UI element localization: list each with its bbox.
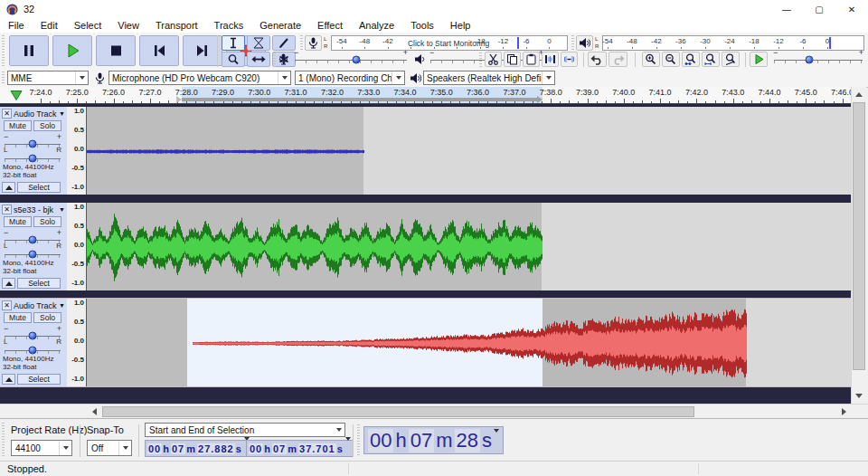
menu-item-edit[interactable]: Edit — [33, 20, 66, 31]
menu-item-tracks[interactable]: Tracks — [206, 20, 252, 31]
trim-audio-button[interactable] — [542, 52, 559, 67]
fit-project-button[interactable] — [702, 52, 720, 67]
scroll-down-button[interactable] — [852, 388, 866, 403]
playback-speed-slider[interactable]: −+ — [774, 54, 863, 65]
zoom-out-button[interactable] — [662, 52, 680, 67]
track-close-button[interactable]: ✕ — [2, 205, 12, 214]
device-toolbar-grip[interactable] — [2, 71, 5, 84]
track-waveform-area[interactable] — [87, 299, 851, 386]
track-pan-thumb[interactable] — [29, 346, 37, 354]
recording-meter-grip[interactable] — [300, 35, 303, 51]
menu-item-view[interactable]: View — [109, 20, 147, 31]
edit-toolbar-grip[interactable] — [479, 52, 482, 67]
track-gain-thumb[interactable] — [29, 139, 37, 148]
playback-device-combobox[interactable]: Speakers (Realtek High Definiti — [423, 71, 555, 85]
mixer-toolbar-grip[interactable] — [273, 52, 276, 67]
track-collapse-button[interactable] — [2, 374, 15, 385]
close-button[interactable]: ✕ — [835, 0, 868, 18]
track-pan-thumb[interactable] — [29, 154, 37, 162]
undo-button[interactable] — [588, 52, 607, 67]
copy-button[interactable] — [504, 52, 521, 67]
snap-to-combobox[interactable]: Off — [87, 440, 132, 456]
track-title-menu[interactable]: Audio Track ▼ — [14, 300, 65, 310]
track-title-menu[interactable]: s5e33 - bjk ▼ — [14, 205, 65, 214]
track-mute-button[interactable]: Mute — [4, 216, 32, 227]
track-amplitude-ruler[interactable]: 1.00.50.0-0.5-1.0 — [67, 107, 87, 195]
scroll-left-button[interactable] — [87, 405, 101, 418]
track-select-button[interactable]: Select — [17, 182, 61, 193]
pause-button[interactable] — [9, 35, 49, 66]
playback-speed-thumb[interactable] — [806, 56, 814, 64]
vertical-scrollbar-thumb[interactable] — [853, 102, 865, 370]
track-collapse-button[interactable] — [2, 278, 15, 289]
waveform-canvas[interactable] — [87, 107, 851, 195]
draw-tool-button[interactable] — [272, 35, 296, 51]
track-gain-slider[interactable]: −+ — [5, 330, 61, 340]
track-select-button[interactable]: Select — [17, 278, 61, 289]
recording-channels-combobox[interactable]: 1 (Mono) Recording Channe — [295, 71, 405, 85]
track-pan-slider[interactable]: LR — [5, 249, 61, 259]
timeline-options-button[interactable] — [6, 89, 26, 102]
play-button[interactable] — [52, 35, 92, 66]
timeline-ruler[interactable]: 7:24.07:25.07:26.07:27.07:28.07:29.07:30… — [0, 87, 851, 104]
track-amplitude-ruler[interactable]: 1.00.50.0-0.5-1.0 — [67, 299, 87, 386]
track-gain-slider[interactable]: −+ — [5, 138, 61, 148]
scroll-right-button[interactable] — [836, 405, 851, 418]
track-amplitude-ruler[interactable]: 1.00.50.0-0.5-1.0 — [67, 203, 87, 290]
time-shift-tool-button[interactable] — [247, 52, 270, 67]
horizontal-scrollbar-thumb[interactable] — [102, 406, 694, 417]
redo-button[interactable] — [609, 52, 627, 67]
zoom-selection-button[interactable] — [682, 52, 700, 67]
skip-to-start-button[interactable] — [139, 35, 179, 66]
selection-tool-button[interactable] — [222, 35, 245, 51]
zoom-toggle-button[interactable] — [722, 52, 740, 67]
track-select-button[interactable]: Select — [17, 374, 61, 385]
track-gain-thumb[interactable] — [29, 331, 37, 339]
track-waveform-area[interactable] — [87, 203, 851, 290]
zoom-tool-button[interactable] — [222, 52, 245, 67]
recording-volume-thumb[interactable] — [353, 56, 361, 64]
zoom-in-button[interactable] — [642, 52, 660, 67]
transport-toolbar-grip[interactable] — [2, 35, 5, 67]
track-gain-slider[interactable]: −+ — [5, 234, 61, 244]
track-pan-slider[interactable]: LR — [5, 153, 61, 163]
track-mute-button[interactable]: Mute — [4, 120, 32, 131]
cut-button[interactable] — [485, 52, 502, 67]
time-toolbar-grip[interactable] — [357, 424, 360, 457]
track-mute-button[interactable]: Mute — [4, 312, 32, 323]
track-solo-button[interactable]: Solo — [33, 312, 61, 323]
menu-item-effect[interactable]: Effect — [309, 20, 351, 31]
waveform-canvas[interactable] — [87, 203, 851, 290]
paste-button[interactable] — [523, 52, 540, 67]
track-solo-button[interactable]: Solo — [33, 216, 61, 227]
selection-end-time-field[interactable]: 00h07m37.701s — [246, 440, 354, 457]
project-rate-combobox[interactable]: 44100 — [11, 440, 72, 456]
track-pan-thumb[interactable] — [29, 250, 37, 258]
minimize-button[interactable]: — — [770, 0, 803, 18]
play-at-speed-button[interactable] — [750, 52, 768, 67]
horizontal-scrollbar[interactable] — [0, 404, 868, 418]
audio-position-display[interactable]: 00h07m28s — [363, 426, 504, 454]
track-waveform-area[interactable] — [87, 107, 851, 195]
waveform-canvas[interactable] — [87, 299, 851, 386]
track-close-button[interactable]: ✕ — [2, 109, 12, 119]
recording-meter-mic-button[interactable] — [305, 35, 322, 51]
playback-meter[interactable]: -54-48-42-36-30-24-18-12-60 — [602, 35, 864, 51]
track-close-button[interactable]: ✕ — [2, 300, 12, 310]
track-collapse-button[interactable] — [2, 182, 15, 193]
track-solo-button[interactable]: Solo — [33, 120, 61, 131]
scroll-up-button[interactable] — [852, 87, 866, 101]
menu-item-help[interactable]: Help — [442, 20, 479, 31]
playback-meter-speaker-button[interactable] — [576, 35, 593, 51]
stop-button[interactable] — [96, 35, 136, 66]
playback-meter-grip[interactable] — [571, 35, 574, 51]
menu-item-generate[interactable]: Generate — [251, 20, 309, 31]
track-gain-thumb[interactable] — [29, 235, 37, 243]
menu-item-transport[interactable]: Transport — [147, 20, 206, 31]
recording-meter[interactable]: -54-48-42-18-12-60Click to Start Monitor… — [331, 35, 568, 51]
silence-audio-button[interactable] — [561, 52, 578, 67]
menu-item-analyze[interactable]: Analyze — [351, 20, 402, 31]
vertical-scrollbar[interactable] — [851, 87, 866, 404]
selection-mode-combobox[interactable]: Start and End of Selection — [145, 423, 345, 437]
menu-item-select[interactable]: Select — [66, 20, 110, 31]
